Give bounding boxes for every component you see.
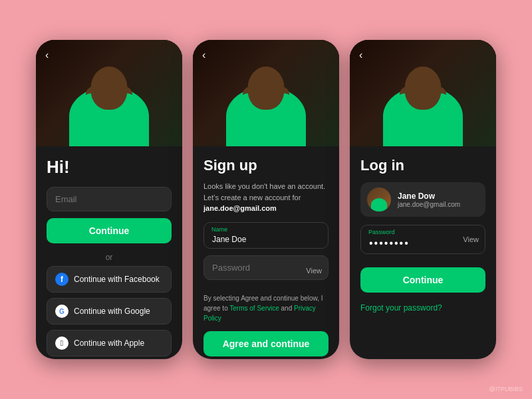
header-image-3: ‹ [350, 40, 496, 146]
or-divider: or [47, 253, 172, 262]
google-label: Continue with Google [74, 307, 150, 316]
facebook-label: Continue with Facebook [74, 275, 160, 284]
user-email: jane.doe@gmail.com [398, 201, 460, 208]
terms-link[interactable]: Terms of Service [229, 305, 279, 312]
apple-icon:  [55, 336, 68, 350]
view-password-toggle-2[interactable]: View [306, 267, 322, 275]
terms-text: By selecting Agree and continue below, I… [203, 293, 329, 323]
facebook-icon: f [55, 273, 68, 286]
forgot-password-link-3[interactable]: Forgot your password? [360, 303, 485, 313]
signup-subtitle: Looks like you don't have an account. Le… [203, 181, 329, 214]
google-icon: G [55, 305, 68, 318]
watermark: @ITPUBIBS [489, 386, 523, 392]
screens-container: ‹ Hi! Continue or f Continue with Facebo… [36, 40, 496, 359]
password-input-group-3: Password View [360, 225, 485, 254]
back-button-2[interactable]: ‹ [202, 49, 205, 61]
signup-title: Sign up [203, 157, 329, 174]
password-label: Password [368, 229, 395, 235]
email-input[interactable] [47, 187, 172, 211]
header-image-1: ‹ [36, 40, 182, 146]
login-title: Log in [360, 157, 485, 174]
apple-label: Continue with Apple [74, 338, 144, 348]
screen-hi: ‹ Hi! Continue or f Continue with Facebo… [36, 40, 182, 359]
hi-title: Hi! [47, 157, 172, 178]
view-password-toggle-3[interactable]: View [463, 235, 479, 243]
back-button-1[interactable]: ‹ [45, 49, 49, 61]
password-input-group: View [203, 255, 329, 287]
continue-button-1[interactable]: Continue [47, 218, 172, 243]
apple-button[interactable]:  Continue with Apple [47, 330, 172, 356]
user-info: Jane Dow jane.doe@gmail.com [398, 192, 460, 208]
agree-continue-button[interactable]: Agree and continue [203, 331, 329, 356]
screen-login: ‹ Log in Jane Dow jane.doe@gmail.com Pas… [350, 40, 496, 359]
name-label: Name [211, 226, 227, 233]
screen-signup: ‹ Sign up Looks like you don't have an a… [193, 40, 339, 359]
user-name: Jane Dow [398, 192, 460, 201]
avatar [367, 188, 391, 211]
facebook-button[interactable]: f Continue with Facebook [47, 266, 172, 293]
header-image-2: ‹ [193, 40, 339, 146]
user-card: Jane Dow jane.doe@gmail.com [360, 182, 485, 217]
google-button[interactable]: G Continue with Google [47, 298, 172, 325]
name-input-group: Name [203, 222, 329, 249]
back-button-3[interactable]: ‹ [359, 49, 362, 61]
continue-button-3[interactable]: Continue [360, 267, 485, 293]
